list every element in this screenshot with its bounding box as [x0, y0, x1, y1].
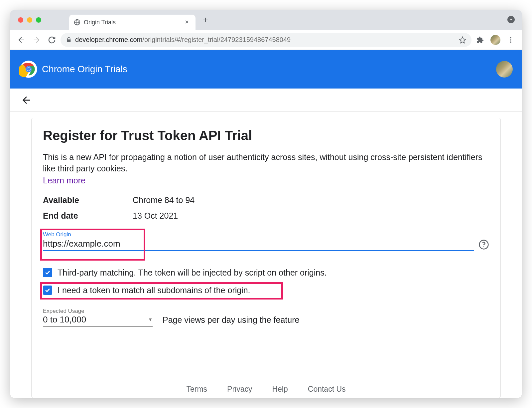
page-back-button[interactable] — [21, 95, 32, 106]
browser-toolbar: developer.chrome.com/origintrials/#/regi… — [10, 30, 522, 50]
check-icon — [44, 269, 51, 276]
svg-point-4 — [510, 41, 511, 43]
app-banner: Chrome Origin Trials — [10, 50, 522, 89]
end-date-label: End date — [43, 211, 133, 221]
svg-point-10 — [483, 246, 484, 247]
avatar-icon — [496, 61, 513, 78]
footer-links: Terms Privacy Help Contact Us — [43, 379, 489, 398]
subdomain-checkbox[interactable] — [43, 286, 52, 295]
new-tab-button[interactable] — [200, 15, 211, 27]
web-origin-input[interactable] — [43, 239, 474, 249]
registration-card: Register for Trust Token API Trial This … — [31, 118, 501, 398]
close-icon — [184, 19, 190, 25]
profile-button[interactable] — [489, 33, 502, 47]
plus-icon — [202, 17, 209, 23]
puzzle-icon — [476, 36, 484, 44]
third-party-label: Third-party matching. The token will be … — [58, 268, 327, 278]
url-bar[interactable]: developer.chrome.com/origintrials/#/regi… — [61, 33, 471, 47]
minimize-window-button[interactable] — [27, 17, 32, 23]
expected-usage-value: 0 to 10,000 — [43, 314, 86, 325]
arrow-right-icon — [32, 36, 41, 44]
tab-title: Origin Trials — [84, 19, 180, 26]
footer-privacy[interactable]: Privacy — [227, 385, 252, 394]
expected-usage-description: Page views per day using the feature — [163, 315, 299, 325]
content-area: Register for Trust Token API Trial This … — [10, 112, 522, 398]
globe-icon — [74, 19, 80, 26]
expected-usage-label: Expected Usage — [43, 308, 153, 314]
profile-avatar[interactable] — [496, 61, 513, 78]
tab-overflow-button[interactable] — [507, 16, 515, 23]
web-origin-label: Web Origin — [43, 231, 474, 238]
forward-button[interactable] — [30, 33, 43, 47]
avatar-icon — [490, 35, 500, 45]
web-origin-field[interactable]: Web Origin — [43, 231, 474, 251]
subdomain-checkbox-row: I need a token to match all subdomains o… — [43, 286, 489, 295]
kebab-icon — [507, 36, 514, 44]
page-heading: Register for Trust Token API Trial — [43, 128, 489, 143]
browser-tab[interactable]: Origin Trials — [69, 15, 196, 30]
check-icon — [44, 287, 51, 294]
third-party-checkbox-row: Third-party matching. The token will be … — [43, 268, 489, 278]
svg-point-8 — [27, 68, 30, 71]
menu-button[interactable] — [504, 33, 517, 47]
subheader — [10, 89, 522, 112]
third-party-checkbox[interactable] — [43, 268, 52, 277]
app-title: Chrome Origin Trials — [42, 64, 127, 75]
close-window-button[interactable] — [18, 17, 23, 23]
footer-terms[interactable]: Terms — [186, 385, 207, 394]
browser-window: Origin Trials developer.chrome.com/origi… — [10, 10, 522, 398]
svg-point-2 — [510, 37, 511, 38]
help-icon[interactable] — [478, 239, 489, 250]
page-description: This is a new API for propagating a noti… — [43, 152, 489, 174]
back-button[interactable] — [15, 33, 28, 47]
footer-contact[interactable]: Contact Us — [308, 385, 346, 394]
reload-icon — [48, 36, 56, 44]
extensions-button[interactable] — [473, 33, 487, 47]
chrome-logo-icon — [19, 60, 38, 79]
close-tab-button[interactable] — [183, 17, 191, 28]
available-label: Available — [43, 195, 133, 205]
star-icon[interactable] — [459, 36, 466, 44]
expected-usage-select[interactable]: Expected Usage 0 to 10,000 ▼ — [43, 308, 153, 327]
end-date-value: 13 Oct 2021 — [133, 211, 178, 221]
subdomain-label: I need a token to match all subdomains o… — [58, 286, 250, 295]
available-value: Chrome 84 to 94 — [133, 195, 195, 205]
learn-more-link[interactable]: Learn more — [43, 176, 489, 185]
window-controls — [18, 17, 41, 23]
maximize-window-button[interactable] — [36, 17, 41, 23]
tab-strip: Origin Trials — [10, 10, 522, 30]
url-domain: developer.chrome.com/origintrials/#/regi… — [75, 36, 291, 44]
chevron-down-icon — [509, 18, 513, 22]
arrow-left-icon — [17, 36, 26, 44]
reload-button[interactable] — [45, 33, 59, 47]
svg-point-3 — [510, 39, 511, 41]
dropdown-triangle-icon: ▼ — [148, 317, 153, 322]
footer-help[interactable]: Help — [272, 385, 288, 394]
lock-icon — [66, 37, 72, 43]
